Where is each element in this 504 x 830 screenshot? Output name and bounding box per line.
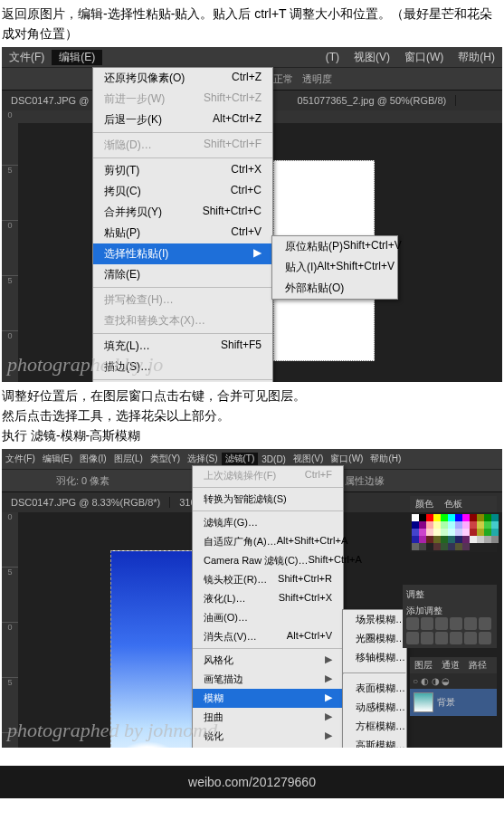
menu-item[interactable]: 图层(L) (110, 453, 147, 465)
swatches-tab[interactable]: 色板 (439, 496, 468, 512)
filter-menu-item[interactable]: 滤镜库(G)… (193, 513, 343, 532)
screenshot-filter-menu: 文件(F)编辑(E)图像(I)图层(L)类型(Y)选择(S)滤镜(T)3D(D)… (2, 449, 502, 748)
menu-t[interactable]: (T) (319, 51, 347, 63)
menu-item[interactable]: 滤镜(T) (222, 453, 259, 465)
instruction-text-3: 然后点击选择工具，选择花朵以上部分。 (0, 405, 504, 425)
ruler-vertical: 05050 (2, 110, 18, 382)
blur-submenu-item[interactable]: 表面模糊… (343, 679, 406, 698)
refine-edge-button[interactable]: 属性边缘 (345, 474, 385, 488)
screenshot-edit-menu: 文件(F) 编辑(E) (T) 视图(V) 窗口(W) 帮助(H) 正常 透明度… (2, 47, 502, 382)
layer-background[interactable]: 背景 (410, 689, 497, 716)
menu-help[interactable]: 帮助(H) (451, 50, 502, 65)
menubar: 文件(F) 编辑(E) (T) 视图(V) 窗口(W) 帮助(H) (2, 47, 502, 67)
channels-tab[interactable]: 通道 (437, 657, 464, 673)
blur-submenu-item[interactable]: 高斯模糊… (343, 736, 406, 748)
menu-file[interactable]: 文件(F) (2, 50, 52, 65)
paths-tab[interactable]: 路径 (464, 657, 491, 673)
instruction-text-4: 执行 滤镜-模糊-高斯模糊 (0, 425, 504, 449)
filter-menu-item[interactable]: 模糊▶ (193, 689, 343, 708)
filter-menu-item[interactable]: 画笔描边▶ (193, 670, 343, 689)
edit-menu-item[interactable]: 后退一步(K)Alt+Ctrl+Z (93, 110, 272, 130)
color-tab[interactable]: 颜色 (410, 496, 439, 512)
doc-tab-2[interactable]: 051077365_2.jpg @ 50%(RGB/8) (289, 95, 457, 106)
blur-submenu-item[interactable]: 移轴模糊… (343, 648, 406, 667)
paste-submenu-item[interactable]: 贴入(I)Alt+Shift+Ctrl+V (272, 257, 397, 278)
menu-item[interactable]: 帮助(H) (366, 453, 404, 465)
ruler-vertical: 0505 (2, 512, 18, 748)
edit-menu-item[interactable]: 合并拷贝(Y)Shift+Ctrl+C (93, 202, 272, 223)
edit-menu-item[interactable]: 剪切(T)Ctrl+X (93, 160, 272, 181)
paste-submenu-item[interactable]: 原位粘贴(P)Shift+Ctrl+V (272, 236, 397, 257)
filter-menu-item[interactable]: 液化(L)…Shift+Ctrl+X (193, 589, 343, 608)
blur-submenu-item[interactable]: 动感模糊… (343, 698, 406, 717)
adjustment-icons[interactable] (406, 617, 493, 644)
edit-menu-item[interactable]: 查找和替换文本(X)… (93, 310, 272, 331)
edit-menu-item[interactable]: 选择性粘贴(I)▶ (93, 243, 272, 264)
filter-menu-item[interactable]: 上次滤镜操作(F)Ctrl+F (193, 466, 343, 485)
adjustments-panel: 调整 添加调整 (403, 585, 497, 648)
menu-window[interactable]: 窗口(W) (397, 50, 451, 65)
layers-panel: 图层 通道 路径 ○ ◐ ◑ ◒ 背景 (410, 657, 497, 716)
filter-menu-item[interactable]: 消失点(V)…Alt+Ctrl+V (193, 627, 343, 646)
filter-menu-item[interactable]: 扭曲▶ (193, 708, 343, 727)
menu-item[interactable]: 视图(V) (290, 453, 327, 465)
menu-item[interactable]: 3D(D) (258, 454, 290, 464)
swatch-grid[interactable] (410, 512, 497, 552)
add-adjustment-label: 添加调整 (406, 605, 493, 617)
filter-menu-item[interactable]: 风格化▶ (193, 651, 343, 670)
blend-mode[interactable]: 正常 (273, 72, 293, 86)
blur-submenu-item[interactable]: 光圈模糊… (343, 629, 406, 648)
menu-item[interactable]: 选择(S) (184, 453, 221, 465)
menu-item[interactable]: 类型(Y) (147, 453, 184, 465)
menu-item[interactable]: 编辑(E) (39, 453, 76, 465)
edit-menu-item[interactable]: 描边(S)… (93, 357, 272, 377)
filter-menu-item[interactable]: 素描▶ (193, 746, 343, 748)
layer-thumbnail (414, 692, 433, 712)
instruction-text-2: 调整好位置后，在图层窗口点击右键，合并可见图层。 (0, 382, 504, 405)
edit-menu-item[interactable]: 清除(E) (93, 264, 272, 285)
paste-submenu-item[interactable]: 外部粘贴(O) (272, 278, 397, 299)
blur-submenu-item[interactable]: 场景模糊… (343, 610, 406, 629)
paste-special-submenu: 原位粘贴(P)Shift+Ctrl+V贴入(I)Alt+Shift+Ctrl+V… (271, 235, 398, 300)
menu-item[interactable]: 图像(I) (76, 453, 109, 465)
edit-menu-item[interactable]: 拼写检查(H)… (93, 290, 272, 310)
blur-submenu: 场景模糊…光圈模糊…移轴模糊…表面模糊…动感模糊…方框模糊…高斯模糊…进一步模糊… (342, 609, 407, 748)
layers-tab[interactable]: 图层 (410, 657, 437, 673)
edit-menu-item[interactable]: 粘贴(P)Ctrl+V (93, 223, 272, 243)
filter-menu-item[interactable]: Camera Raw 滤镜(C)…Shift+Ctrl+A (193, 551, 343, 570)
edit-dropdown: 还原拷贝像素(O)Ctrl+Z前进一步(W)Shift+Ctrl+Z后退一步(K… (92, 67, 273, 382)
menu-edit[interactable]: 编辑(E) (52, 50, 102, 65)
opacity-label: 透明度 (302, 72, 332, 86)
menu-item[interactable]: 文件(F) (2, 453, 39, 465)
filter-menu-item[interactable]: 镜头校正(R)…Shift+Ctrl+R (193, 570, 343, 589)
edit-menu-item[interactable]: 填充(L)…Shift+F5 (93, 336, 272, 357)
adjustments-title: 调整 (406, 588, 493, 601)
layer-name: 背景 (437, 696, 455, 709)
instruction-text-1: 返回原图片，编辑-选择性粘贴-贴入。贴入后 ctrl+T 调整大小和位置。（最好… (0, 0, 504, 47)
swatches-panel: 颜色 色板 (410, 496, 497, 552)
feather-label: 羽化: 0 像素 (56, 474, 109, 488)
edit-menu-item[interactable]: 拷贝(C)Ctrl+C (93, 181, 272, 202)
edit-menu-item[interactable]: 还原拷贝像素(O)Ctrl+Z (93, 68, 272, 89)
blur-submenu-item[interactable]: 方框模糊… (343, 717, 406, 736)
doc-tab-1[interactable]: DSC0147.JPG @ 8.33%(RGB/8*) (2, 497, 170, 508)
edit-menu-item[interactable]: 渐隐(D)…Shift+Ctrl+F (93, 135, 272, 156)
footer-credit: weibo.com/201279660 (0, 766, 504, 798)
menu-item[interactable]: 窗口(W) (327, 453, 366, 465)
filter-menu-item[interactable]: 自适应广角(A)…Alt+Shift+Ctrl+A (193, 532, 343, 551)
menu-view[interactable]: 视图(V) (347, 50, 397, 65)
filter-menu-item[interactable]: 油画(O)… (193, 608, 343, 627)
filter-dropdown: 上次滤镜操作(F)Ctrl+F转换为智能滤镜(S)滤镜库(G)…自适应广角(A)… (192, 465, 344, 748)
filter-menu-item[interactable]: 转换为智能滤镜(S) (193, 490, 343, 509)
edit-menu-item[interactable]: 前进一步(W)Shift+Ctrl+Z (93, 89, 272, 110)
filter-menu-item[interactable]: 锐化▶ (193, 727, 343, 746)
